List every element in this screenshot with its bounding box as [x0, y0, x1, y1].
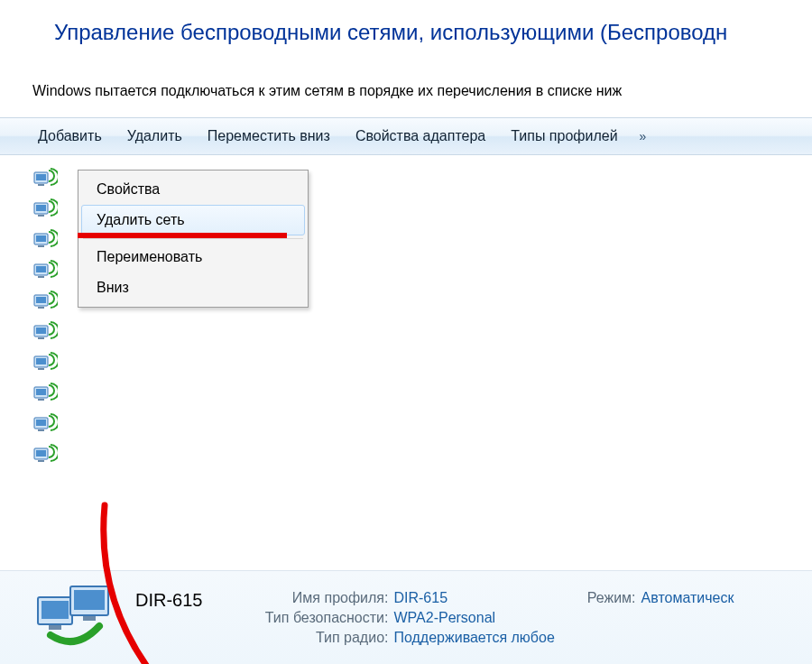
network-item[interactable] [32, 379, 812, 410]
svg-rect-2 [38, 184, 44, 186]
network-icon [32, 259, 58, 284]
svg-rect-32 [42, 601, 69, 619]
svg-rect-8 [38, 245, 44, 247]
radio-type-value: Поддерживается любое [393, 630, 554, 646]
network-icon [32, 382, 58, 407]
page-title: Управление беспроводными сетями, использ… [0, 0, 812, 51]
network-icon [32, 320, 58, 346]
svg-rect-7 [36, 235, 46, 242]
svg-rect-4 [36, 205, 46, 211]
svg-rect-20 [38, 368, 44, 370]
toolbar-remove[interactable]: Удалить [115, 118, 195, 154]
svg-rect-16 [36, 327, 46, 334]
radio-type-label: Тип радио: [226, 630, 388, 646]
svg-rect-10 [36, 266, 46, 272]
svg-rect-36 [83, 616, 96, 621]
network-item[interactable] [32, 440, 812, 471]
profile-name-value: DIR-615 [393, 590, 448, 606]
toolbar-move-down[interactable]: Переместить вниз [195, 118, 343, 154]
context-menu: Свойства Удалить сеть Переименовать Вниз [78, 170, 309, 308]
toolbar-overflow[interactable]: » [631, 118, 656, 154]
ctx-separator [83, 238, 303, 239]
mode-label: Режим: [587, 590, 636, 606]
network-list: Свойства Удалить сеть Переименовать Вниз [0, 155, 812, 516]
red-underline-annotation [78, 233, 287, 238]
network-item[interactable] [32, 410, 812, 440]
details-network-name: DIR-615 [135, 590, 226, 611]
network-item[interactable] [32, 318, 812, 348]
svg-rect-22 [36, 389, 46, 395]
security-type-label: Тип безопасности: [226, 610, 388, 626]
ctx-rename[interactable]: Переименовать [81, 242, 305, 272]
svg-rect-5 [38, 215, 44, 217]
svg-rect-23 [38, 399, 44, 401]
toolbar-profile-types[interactable]: Типы профилей [498, 118, 630, 154]
ctx-move-down[interactable]: Вниз [81, 272, 305, 303]
svg-rect-11 [38, 276, 44, 278]
network-icon [32, 228, 58, 254]
security-type-value: WPA2-Personal [393, 610, 495, 626]
profile-name-label: Имя профиля: [226, 590, 388, 606]
toolbar: Добавить Удалить Переместить вниз Свойст… [0, 117, 812, 155]
svg-rect-26 [38, 429, 44, 431]
network-item[interactable] [32, 348, 812, 379]
network-icon [32, 443, 58, 468]
network-icon [32, 198, 58, 223]
ctx-delete-network[interactable]: Удалить сеть [81, 205, 305, 235]
toolbar-adapter-properties[interactable]: Свойства адаптера [343, 118, 498, 154]
toolbar-add[interactable]: Добавить [25, 118, 115, 154]
ctx-properties[interactable]: Свойства [81, 174, 305, 205]
svg-rect-13 [36, 297, 46, 303]
network-icon [32, 412, 58, 438]
network-icon [32, 290, 58, 315]
svg-rect-35 [74, 590, 105, 610]
svg-rect-28 [36, 450, 46, 456]
svg-rect-19 [36, 358, 46, 364]
details-bar: DIR-615 Имя профиля: DIR-615 Тип безопас… [0, 570, 812, 664]
svg-rect-1 [36, 174, 46, 180]
mode-value: Автоматическ [641, 590, 734, 606]
page-description: Windows пытается подключаться к этим сет… [0, 51, 812, 117]
network-icon [32, 167, 58, 192]
svg-rect-17 [38, 337, 44, 339]
network-icon [32, 351, 58, 376]
network-details-icon [32, 581, 119, 655]
svg-rect-29 [38, 460, 44, 462]
svg-rect-25 [36, 420, 46, 426]
svg-rect-14 [38, 307, 44, 309]
svg-rect-33 [49, 625, 61, 630]
